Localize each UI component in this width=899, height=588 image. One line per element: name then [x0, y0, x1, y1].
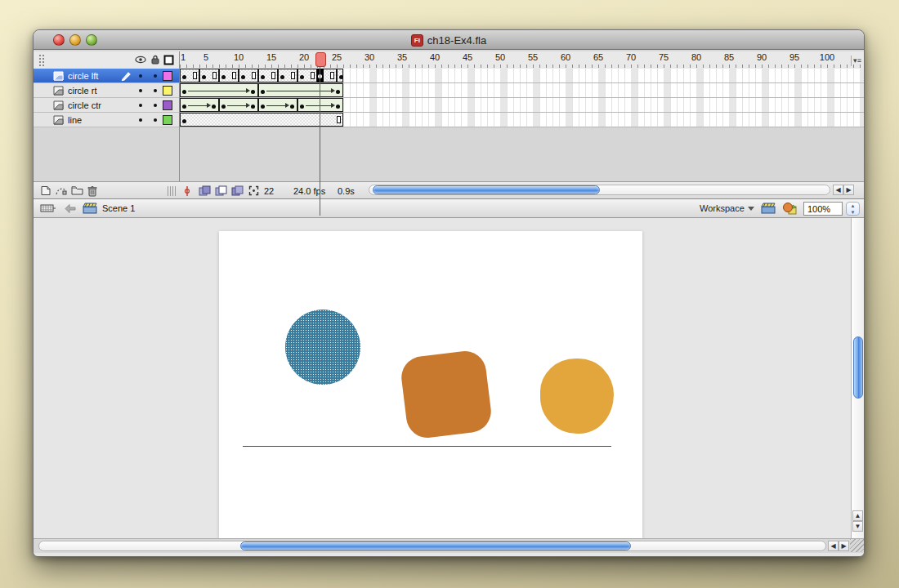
layer-visibility-dot[interactable] — [139, 118, 142, 122]
panel-grip-icon[interactable] — [38, 54, 45, 67]
stage[interactable] — [219, 231, 642, 538]
layers-frames-divider[interactable] — [179, 51, 180, 181]
pasteboard[interactable] — [34, 218, 851, 538]
layer-row-line[interactable]: line — [34, 113, 179, 127]
layer-outline-color-swatch[interactable] — [163, 86, 172, 96]
span-end-marker — [212, 72, 217, 79]
keyframes-span[interactable] — [239, 69, 258, 82]
ruler-number: 5 — [197, 52, 215, 62]
keyframes-span[interactable] — [199, 69, 219, 82]
scene-clapper-icon — [83, 202, 98, 215]
ruler-number: 90 — [753, 52, 771, 62]
keyframe-dot — [251, 105, 255, 109]
frame-row-line[interactable] — [180, 113, 865, 127]
playhead[interactable] — [315, 52, 326, 67]
lock-all-layers-icon[interactable] — [150, 55, 160, 65]
edit-multiple-frames-icon[interactable] — [231, 185, 244, 196]
timeline-scroll-arrows: ◀ ▶ — [833, 185, 854, 195]
frame-view-menu-icon[interactable]: ▾≡ — [851, 56, 863, 66]
layer-lock-dot[interactable] — [154, 104, 157, 107]
span-end-marker — [193, 72, 197, 79]
scroll-right-icon[interactable]: ▶ — [843, 185, 854, 195]
keyframe-dot — [212, 105, 216, 109]
horizontal-scrollbar-thumb[interactable] — [240, 541, 631, 550]
keyframes-span[interactable] — [258, 69, 278, 82]
layer-icon — [53, 115, 64, 125]
tween-span[interactable] — [297, 98, 343, 112]
ruler-number: 50 — [491, 52, 509, 62]
zoom-stepper[interactable]: ▲▼ — [846, 202, 860, 216]
timeline-scrollbar[interactable] — [369, 185, 830, 195]
new-folder-icon[interactable] — [71, 185, 83, 195]
frame-rate-value[interactable]: 24.0 fps — [293, 186, 325, 196]
vertical-scrollbar[interactable]: ▲ ▼ — [851, 218, 865, 538]
scene-name[interactable]: Scene 1 — [102, 203, 135, 213]
scroll-right-icon[interactable]: ▶ — [839, 541, 849, 551]
frames-area[interactable] — [180, 69, 865, 127]
title-bar[interactable]: Fl ch18-Ex4.fla — [34, 30, 864, 50]
show-layers-as-outlines-icon[interactable] — [163, 55, 174, 65]
workspace-dropdown[interactable]: Workspace — [700, 203, 754, 213]
timeline-ruler[interactable]: 1510152025303540455055606570758085909510… — [180, 51, 865, 69]
layer-lock-dot[interactable] — [154, 118, 157, 122]
frame-row-circle-rt[interactable] — [180, 83, 865, 98]
scroll-left-icon[interactable]: ◀ — [833, 185, 843, 195]
keyframes-span[interactable] — [219, 69, 239, 82]
tween-arrowhead — [331, 103, 335, 108]
keyframes-span[interactable] — [337, 69, 343, 82]
frame-row-circle-ctr[interactable] — [180, 98, 865, 113]
layer-outline-color-swatch[interactable] — [163, 115, 172, 125]
tween-span[interactable] — [219, 98, 258, 112]
onion-skin-icon[interactable] — [199, 185, 211, 196]
layer-row-circle-ctr[interactable]: circle ctr — [34, 98, 179, 113]
center-frame-icon[interactable] — [184, 185, 190, 197]
keyframe-dot — [251, 90, 255, 94]
tween-span[interactable] — [180, 83, 258, 97]
layer-lock-dot[interactable] — [154, 74, 157, 78]
frame-row-circle-lft[interactable] — [180, 69, 865, 83]
timeline-toggle-icon[interactable] — [40, 202, 56, 215]
timeline-scrollbar-thumb[interactable] — [373, 185, 600, 194]
edit-symbols-icon[interactable] — [782, 202, 798, 215]
new-layer-icon[interactable] — [40, 185, 51, 196]
show-hide-all-layers-icon[interactable] — [135, 55, 146, 65]
edit-scene-icon[interactable] — [761, 202, 776, 215]
layer-outline-color-swatch[interactable] — [163, 71, 172, 81]
vertical-scrollbar-thumb[interactable] — [853, 336, 863, 399]
stage-zoom-input[interactable]: 100% — [803, 202, 843, 216]
layer-row-circle-rt[interactable]: circle rt — [34, 83, 179, 98]
add-motion-guide-icon[interactable] — [55, 185, 67, 196]
keyframes-span[interactable] — [180, 69, 199, 82]
elapsed-time-value: 0.9s — [338, 186, 355, 196]
tween-span[interactable] — [258, 83, 343, 97]
selected-frame[interactable] — [317, 69, 324, 82]
layer-lock-dot[interactable] — [154, 89, 157, 92]
back-arrow-icon[interactable] — [65, 204, 76, 213]
onion-skin-outlines-icon[interactable] — [215, 185, 227, 196]
keyframe-dot — [261, 75, 265, 79]
center-square-shape[interactable] — [399, 349, 493, 440]
scroll-left-icon[interactable]: ◀ — [828, 541, 839, 551]
layer-visibility-dot[interactable] — [139, 74, 142, 78]
window-resize-grip[interactable] — [850, 539, 864, 552]
keyframes-span[interactable] — [297, 69, 317, 82]
scroll-down-icon[interactable]: ▼ — [852, 521, 863, 532]
current-frame-value: 22 — [264, 186, 274, 196]
tween-span[interactable] — [258, 98, 297, 112]
tween-span[interactable] — [180, 98, 219, 112]
left-circle-shape[interactable] — [285, 310, 360, 385]
status-bar-grip[interactable] — [168, 186, 176, 196]
modify-onion-markers-icon[interactable] — [248, 185, 259, 196]
static-span[interactable] — [180, 113, 343, 127]
scroll-up-icon[interactable]: ▲ — [852, 510, 863, 521]
keyframes-span[interactable] — [278, 69, 297, 82]
tween-arrowhead — [285, 103, 289, 108]
delete-layer-icon[interactable] — [87, 185, 97, 197]
right-circle-shape[interactable] — [540, 359, 614, 434]
horizontal-scrollbar[interactable] — [38, 541, 826, 551]
layer-row-circle-lft[interactable]: circle lft — [34, 69, 179, 83]
layer-visibility-dot[interactable] — [139, 89, 142, 92]
ground-line-shape[interactable] — [243, 446, 611, 447]
layer-outline-color-swatch[interactable] — [163, 100, 172, 110]
layer-visibility-dot[interactable] — [139, 104, 142, 107]
